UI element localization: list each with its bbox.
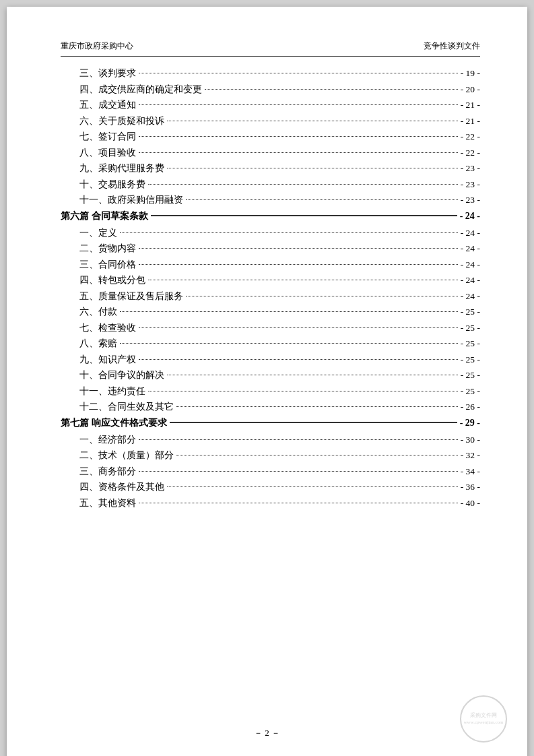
toc-page-wu-qita: - 40 -: [461, 499, 480, 508]
toc-dots-qi-jiancha: [139, 327, 458, 329]
toc-page-er-jishu: - 32 -: [461, 451, 480, 460]
toc-page-si-zhuanbao: - 24 -: [461, 276, 480, 285]
toc-dots-shiy-zhengfu: [186, 199, 458, 201]
toc-page-san-tanpan: - 19 -: [461, 69, 480, 78]
toc-dots-si-zhuanbao: [148, 280, 458, 282]
toc-label-jiu-caigou: 九、采购代理服务费: [79, 164, 164, 173]
toc-item-si-chengjiao: 四、成交供应商的确定和变更- 20 -: [61, 85, 480, 94]
toc-page-liu-fukuan: - 25 -: [461, 307, 480, 317]
toc-item-liu-zhiyi: 六、关于质疑和投诉- 21 -: [61, 117, 480, 126]
toc-dots-er-jishu: [176, 455, 458, 457]
toc-label-liu-zhiyi: 六、关于质疑和投诉: [79, 117, 164, 126]
toc-label-shiy-weiyue: 十一、违约责任: [79, 387, 145, 396]
toc-page-shi-jiaoy: - 23 -: [461, 180, 480, 189]
toc-item-shi-hetong-jieju: 十、合同争议的解决- 25 -: [61, 371, 480, 380]
toc-page-liu-zhiyi: - 21 -: [461, 117, 480, 126]
toc-page-jiu-caigou: - 23 -: [461, 164, 480, 173]
toc-item-si-zhuanbao: 四、转包或分包- 24 -: [61, 276, 480, 285]
toc-page-shier-shengxiao: - 26 -: [461, 402, 480, 412]
header-org: 重庆市政府采购中心: [61, 40, 133, 52]
page-header: 重庆市政府采购中心 竞争性谈判文件: [61, 40, 480, 57]
toc-label-san-tanpan: 三、谈判要求: [79, 69, 136, 78]
toc-item-san-tanpan: 三、谈判要求- 19 -: [61, 69, 480, 78]
toc-item-san-hetong-jiage: 三、合同价格- 24 -: [61, 260, 480, 270]
toc-label-er-huowu: 二、货物内容: [79, 244, 136, 253]
toc-item-ba-suopei: 八、索赔- 25 -: [61, 339, 480, 348]
toc-item-san-shangwu: 三、商务部分- 34 -: [61, 467, 480, 476]
toc-item-qi-jiancha: 七、检查验收- 25 -: [61, 323, 480, 333]
toc-page-san-hetong-jiage: - 24 -: [461, 260, 480, 270]
toc-dots-shi-hetong-jieju: [167, 375, 458, 377]
toc-dots-jiu-zhishi: [139, 359, 458, 361]
toc-page-si-chengjiao: - 20 -: [461, 85, 480, 94]
toc-page-yi-dingyi: - 24 -: [461, 228, 480, 238]
toc-page-pian6: - 24 -: [460, 212, 480, 221]
toc-page-shiy-weiyue: - 25 -: [461, 387, 480, 396]
toc-item-shiy-zhengfu: 十一、政府采购信用融资- 23 -: [61, 195, 480, 205]
toc-page-ba-xiangmu: - 22 -: [461, 148, 480, 158]
toc-label-yi-dingyi: 一、定义: [79, 228, 117, 238]
toc-page-jiu-zhishi: - 25 -: [461, 355, 480, 365]
toc-page-wu-zhiliang: - 24 -: [461, 292, 480, 301]
toc-label-san-shangwu: 三、商务部分: [79, 467, 136, 476]
document-page: 重庆市政府采购中心 竞争性谈判文件 三、谈判要求- 19 -四、成交供应商的确定…: [7, 7, 527, 756]
toc-label-shiy-zhengfu: 十一、政府采购信用融资: [79, 195, 183, 205]
toc-dots-san-tanpan: [139, 73, 458, 75]
toc-page-shi-hetong-jieju: - 25 -: [461, 371, 480, 380]
toc-page-si-zige: - 36 -: [461, 482, 480, 492]
toc-label-wu-chengjiao-tongzhi: 五、成交通知: [79, 100, 136, 110]
table-of-contents: 三、谈判要求- 19 -四、成交供应商的确定和变更- 20 -五、成交通知- 2…: [61, 69, 480, 507]
toc-label-shier-shengxiao: 十二、合同生效及其它: [79, 402, 174, 412]
toc-label-pian6: 第六篇 合同草案条款: [61, 212, 148, 221]
toc-label-ba-suopei: 八、索赔: [79, 339, 117, 348]
toc-dots-wu-qita: [139, 503, 458, 505]
toc-dots-liu-zhiyi: [167, 121, 458, 123]
toc-dots-ba-suopei: [120, 343, 458, 345]
toc-dots-pian7: [170, 422, 457, 424]
toc-page-er-huowu: - 24 -: [461, 244, 480, 253]
toc-dots-jiu-caigou: [167, 168, 458, 170]
toc-page-wu-chengjiao-tongzhi: - 21 -: [461, 100, 480, 110]
toc-page-qi-jiancha: - 25 -: [461, 323, 480, 333]
toc-page-ba-suopei: - 25 -: [461, 339, 480, 348]
watermark-line1: 采购文件网: [470, 712, 497, 719]
toc-item-liu-fukuan: 六、付款- 25 -: [61, 307, 480, 317]
toc-label-liu-fukuan: 六、付款: [79, 307, 117, 317]
toc-item-shiy-weiyue: 十一、违约责任- 25 -: [61, 387, 480, 396]
toc-item-yi-jingji: 一、经济部分- 30 -: [61, 435, 480, 445]
toc-dots-wu-zhiliang: [186, 296, 458, 298]
toc-label-pian7: 第七篇 响应文件格式要求: [61, 418, 167, 428]
toc-item-shi-jiaoy: 十、交易服务费- 23 -: [61, 180, 480, 189]
toc-item-jiu-caigou: 九、采购代理服务费- 23 -: [61, 164, 480, 173]
watermark-line2: www.cpwenjian.com: [463, 720, 503, 726]
header-doc-type: 竞争性谈判文件: [424, 40, 480, 52]
toc-label-wu-qita: 五、其他资料: [79, 499, 136, 508]
toc-label-wu-zhiliang: 五、质量保证及售后服务: [79, 292, 183, 301]
watermark: 采购文件网 www.cpwenjian.com: [460, 695, 507, 743]
toc-dots-si-zige: [167, 486, 458, 489]
toc-label-si-zige: 四、资格条件及其他: [79, 482, 164, 492]
toc-dots-wu-chengjiao-tongzhi: [139, 104, 458, 106]
toc-label-yi-jingji: 一、经济部分: [79, 435, 136, 445]
toc-item-shier-shengxiao: 十二、合同生效及其它- 26 -: [61, 402, 480, 412]
toc-dots-pian6: [151, 215, 457, 218]
toc-dots-yi-dingyi: [120, 232, 458, 234]
toc-dots-shiy-weiyue: [148, 391, 458, 393]
toc-page-yi-jingji: - 30 -: [461, 435, 480, 445]
toc-item-wu-qita: 五、其他资料- 40 -: [61, 499, 480, 508]
toc-dots-liu-fukuan: [120, 311, 458, 313]
toc-dots-si-chengjiao: [205, 89, 458, 91]
toc-item-yi-dingyi: 一、定义- 24 -: [61, 228, 480, 238]
toc-item-si-zige: 四、资格条件及其他- 36 -: [61, 482, 480, 492]
toc-label-jiu-zhishi: 九、知识产权: [79, 355, 136, 365]
toc-item-wu-zhiliang: 五、质量保证及售后服务- 24 -: [61, 292, 480, 301]
toc-label-er-jishu: 二、技术（质量）部分: [79, 451, 174, 460]
toc-label-shi-hetong-jieju: 十、合同争议的解决: [79, 371, 164, 380]
toc-dots-san-shangwu: [139, 471, 458, 473]
toc-dots-qi-qianding: [139, 136, 458, 138]
toc-label-ba-xiangmu: 八、项目验收: [79, 148, 136, 158]
toc-dots-ba-xiangmu: [139, 152, 458, 154]
toc-dots-shier-shengxiao: [176, 406, 458, 408]
toc-page-san-shangwu: - 34 -: [461, 467, 480, 476]
toc-dots-er-huowu: [139, 248, 458, 250]
